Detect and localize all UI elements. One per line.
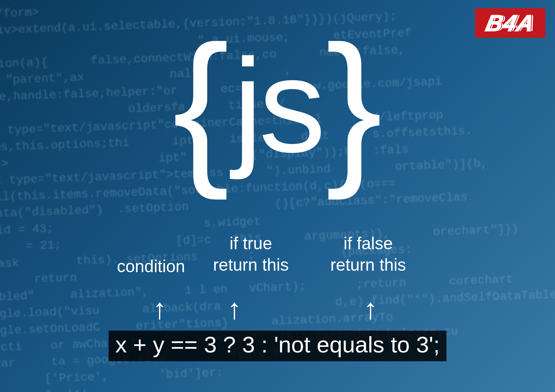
brand-logo-text: B4A [483, 10, 537, 36]
js-logo: { js } [172, 20, 382, 190]
label-condition: condition [99, 256, 203, 277]
label-if-true-line2: return this [213, 255, 289, 274]
code-example-box: x + y == 3 ? 3 : 'not equals to 3'; [109, 331, 447, 361]
label-if-false: if false return this [316, 233, 420, 276]
label-if-false-line1: if false [344, 234, 393, 253]
brand-logo: B4A [475, 8, 545, 38]
label-if-false-line2: return this [330, 255, 406, 274]
js-logo-text: js [233, 39, 322, 172]
arrow-up-icon: ↑ [152, 292, 167, 326]
code-example-text: x + y == 3 ? 3 : 'not equals to 3'; [115, 332, 440, 357]
arrow-up-icon: ↑ [227, 292, 242, 326]
label-condition-text: condition [117, 257, 185, 276]
left-brace-icon: { [172, 20, 229, 190]
label-if-true-line1: if true [229, 234, 272, 253]
arrow-up-icon: ↑ [363, 292, 378, 326]
right-brace-icon: } [326, 20, 383, 190]
label-if-true: if true return this [199, 233, 303, 276]
